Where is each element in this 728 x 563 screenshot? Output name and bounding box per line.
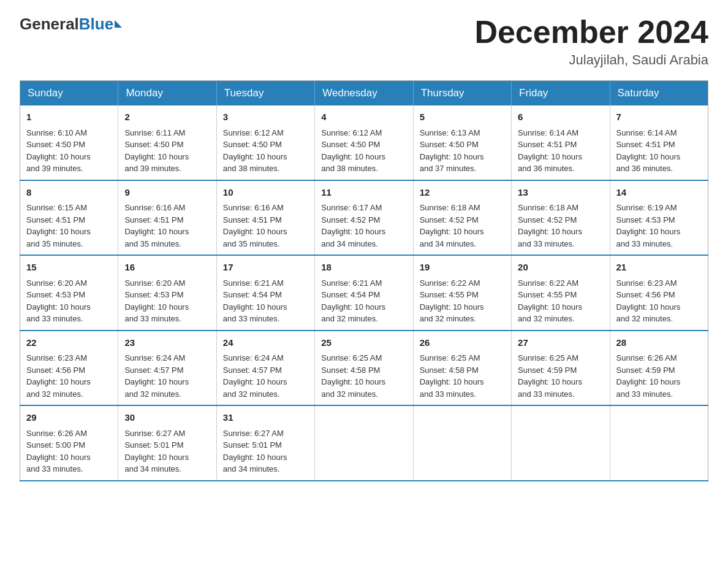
day-sunset: Sunset: 4:55 PM (420, 290, 479, 299)
table-row: 28 Sunrise: 6:26 AM Sunset: 4:59 PM Dayl… (610, 331, 708, 406)
day-daylight: Daylight: 10 hoursand 33 minutes. (518, 377, 582, 399)
day-number: 30 (124, 411, 210, 425)
table-row: 2 Sunrise: 6:11 AM Sunset: 4:50 PM Dayli… (118, 105, 216, 180)
day-daylight: Daylight: 10 hoursand 32 minutes. (321, 377, 385, 399)
day-sunset: Sunset: 5:00 PM (26, 440, 85, 450)
logo-triangle-icon (115, 20, 122, 28)
day-sunset: Sunset: 4:52 PM (321, 215, 380, 224)
day-number: 6 (518, 110, 603, 124)
day-daylight: Daylight: 10 hoursand 32 minutes. (124, 377, 189, 399)
day-sunset: Sunset: 4:51 PM (518, 140, 577, 149)
day-daylight: Daylight: 10 hoursand 36 minutes. (616, 152, 681, 174)
day-number: 3 (223, 110, 308, 124)
day-sunset: Sunset: 4:57 PM (124, 366, 183, 375)
logo-blue-text: Blue (79, 15, 113, 34)
day-daylight: Daylight: 10 hoursand 38 minutes. (321, 152, 385, 174)
day-number: 1 (26, 110, 112, 124)
table-row: 10 Sunrise: 6:16 AM Sunset: 4:51 PM Dayl… (216, 180, 314, 256)
day-number: 23 (124, 336, 210, 350)
calendar-title: December 2024 (474, 15, 708, 50)
day-sunset: Sunset: 4:53 PM (616, 215, 675, 224)
day-sunset: Sunset: 4:51 PM (124, 215, 183, 224)
header-friday: Friday (512, 81, 610, 106)
day-daylight: Daylight: 10 hoursand 36 minutes. (518, 152, 582, 174)
day-sunrise: Sunrise: 6:20 AM (26, 278, 87, 288)
day-number: 10 (223, 186, 308, 200)
day-number: 16 (124, 261, 210, 275)
day-sunrise: Sunrise: 6:14 AM (518, 128, 578, 137)
table-row: 6 Sunrise: 6:14 AM Sunset: 4:51 PM Dayli… (512, 105, 610, 180)
table-row: 3 Sunrise: 6:12 AM Sunset: 4:50 PM Dayli… (216, 105, 314, 180)
table-row: 19 Sunrise: 6:22 AM Sunset: 4:55 PM Dayl… (413, 255, 511, 331)
day-number: 15 (26, 261, 112, 275)
day-daylight: Daylight: 10 hoursand 33 minutes. (616, 377, 681, 399)
table-row: 21 Sunrise: 6:23 AM Sunset: 4:56 PM Dayl… (610, 255, 708, 331)
day-number: 12 (420, 186, 505, 200)
day-sunrise: Sunrise: 6:22 AM (518, 278, 578, 288)
day-daylight: Daylight: 10 hoursand 33 minutes. (124, 302, 189, 324)
day-sunset: Sunset: 4:51 PM (26, 215, 85, 224)
header-saturday: Saturday (610, 81, 708, 106)
day-sunrise: Sunrise: 6:22 AM (420, 278, 480, 288)
day-number: 5 (420, 110, 505, 124)
day-number: 22 (26, 336, 112, 350)
day-daylight: Daylight: 10 hoursand 39 minutes. (124, 152, 189, 174)
day-sunrise: Sunrise: 6:15 AM (26, 203, 87, 212)
day-sunrise: Sunrise: 6:18 AM (518, 203, 578, 212)
table-row: 31 Sunrise: 6:27 AM Sunset: 5:01 PM Dayl… (216, 405, 314, 481)
day-sunrise: Sunrise: 6:26 AM (26, 429, 87, 438)
day-sunset: Sunset: 4:50 PM (223, 140, 282, 149)
day-number: 7 (616, 110, 702, 124)
day-sunrise: Sunrise: 6:10 AM (26, 128, 87, 137)
day-sunset: Sunset: 4:50 PM (26, 140, 85, 149)
table-row: 4 Sunrise: 6:12 AM Sunset: 4:50 PM Dayli… (315, 105, 413, 180)
table-row (610, 405, 708, 481)
calendar-week-row: 29 Sunrise: 6:26 AM Sunset: 5:00 PM Dayl… (20, 405, 708, 481)
calendar-week-row: 1 Sunrise: 6:10 AM Sunset: 4:50 PM Dayli… (20, 105, 708, 180)
day-sunrise: Sunrise: 6:21 AM (321, 278, 382, 288)
calendar-week-row: 22 Sunrise: 6:23 AM Sunset: 4:56 PM Dayl… (20, 331, 708, 406)
day-sunset: Sunset: 4:50 PM (321, 140, 380, 149)
day-sunrise: Sunrise: 6:26 AM (616, 353, 677, 362)
table-row (315, 405, 413, 481)
day-daylight: Daylight: 10 hoursand 35 minutes. (124, 227, 189, 248)
day-daylight: Daylight: 10 hoursand 32 minutes. (518, 302, 582, 324)
day-number: 13 (518, 186, 603, 200)
table-row: 30 Sunrise: 6:27 AM Sunset: 5:01 PM Dayl… (118, 405, 216, 481)
day-sunset: Sunset: 4:50 PM (124, 140, 183, 149)
day-sunrise: Sunrise: 6:20 AM (124, 278, 185, 288)
table-row: 11 Sunrise: 6:17 AM Sunset: 4:52 PM Dayl… (315, 180, 413, 256)
day-daylight: Daylight: 10 hoursand 33 minutes. (26, 453, 91, 474)
calendar-table: Sunday Monday Tuesday Wednesday Thursday… (20, 80, 708, 481)
table-row: 24 Sunrise: 6:24 AM Sunset: 4:57 PM Dayl… (216, 331, 314, 406)
day-daylight: Daylight: 10 hoursand 35 minutes. (223, 227, 287, 248)
day-daylight: Daylight: 10 hoursand 32 minutes. (420, 302, 484, 324)
header-tuesday: Tuesday (216, 81, 314, 106)
table-row: 8 Sunrise: 6:15 AM Sunset: 4:51 PM Dayli… (20, 180, 118, 256)
table-row: 25 Sunrise: 6:25 AM Sunset: 4:58 PM Dayl… (315, 331, 413, 406)
day-sunset: Sunset: 4:52 PM (518, 215, 577, 224)
day-sunrise: Sunrise: 6:21 AM (223, 278, 284, 288)
day-number: 14 (616, 186, 702, 200)
day-sunrise: Sunrise: 6:19 AM (616, 203, 677, 212)
day-sunset: Sunset: 4:53 PM (26, 290, 85, 299)
table-row (512, 405, 610, 481)
table-row: 23 Sunrise: 6:24 AM Sunset: 4:57 PM Dayl… (118, 331, 216, 406)
table-row: 9 Sunrise: 6:16 AM Sunset: 4:51 PM Dayli… (118, 180, 216, 256)
table-row: 7 Sunrise: 6:14 AM Sunset: 4:51 PM Dayli… (610, 105, 708, 180)
logo-general-text: General (20, 15, 79, 34)
day-sunset: Sunset: 4:51 PM (616, 140, 675, 149)
day-sunset: Sunset: 4:53 PM (124, 290, 183, 299)
day-sunrise: Sunrise: 6:16 AM (124, 203, 185, 212)
day-number: 21 (616, 261, 702, 275)
page-header: General Blue December 2024 Julayjilah, S… (20, 15, 708, 68)
day-sunset: Sunset: 4:56 PM (26, 366, 85, 375)
day-sunset: Sunset: 4:54 PM (321, 290, 380, 299)
day-daylight: Daylight: 10 hoursand 33 minutes. (420, 377, 484, 399)
table-row: 1 Sunrise: 6:10 AM Sunset: 4:50 PM Dayli… (20, 105, 118, 180)
day-number: 28 (616, 336, 702, 350)
day-daylight: Daylight: 10 hoursand 34 minutes. (223, 453, 287, 474)
table-row: 12 Sunrise: 6:18 AM Sunset: 4:52 PM Dayl… (413, 180, 511, 256)
day-daylight: Daylight: 10 hoursand 33 minutes. (616, 227, 681, 248)
table-row: 17 Sunrise: 6:21 AM Sunset: 4:54 PM Dayl… (216, 255, 314, 331)
